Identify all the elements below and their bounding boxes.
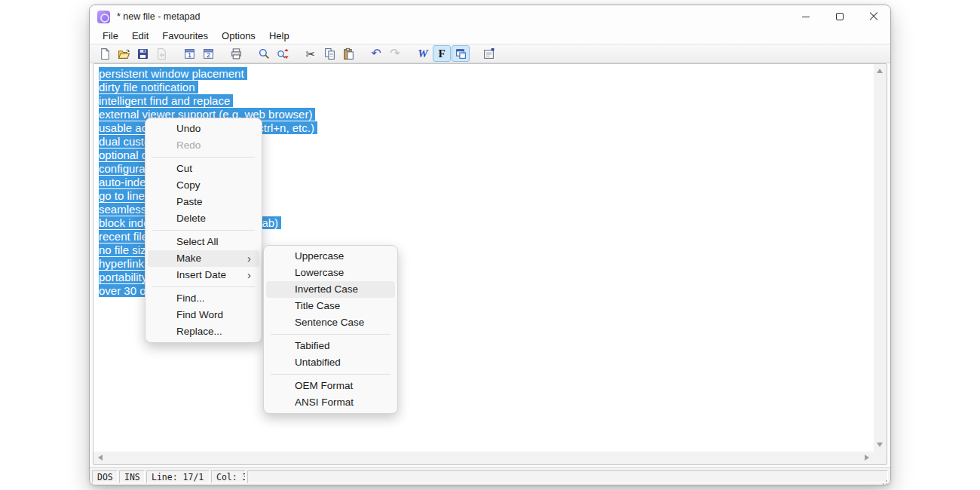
scroll-right-icon[interactable] — [865, 455, 869, 461]
close-icon — [869, 12, 878, 21]
word-wrap-button[interactable]: W — [414, 45, 432, 62]
desktop: * new file - metapad File Edit Favourite… — [0, 0, 980, 490]
cut-icon: ✂ — [306, 48, 316, 60]
redo-icon: ↷ — [390, 47, 400, 60]
print-icon — [230, 47, 243, 60]
scrollbar-corner — [874, 452, 887, 464]
undo-button[interactable]: ↶ — [367, 45, 385, 62]
scroll-left-icon[interactable] — [98, 455, 103, 461]
menu-item-cut[interactable]: Cut — [148, 161, 259, 177]
submenu-item-inverted-case[interactable]: Inverted Case — [266, 281, 395, 298]
close-button[interactable] — [856, 5, 890, 28]
menu-separator — [152, 230, 255, 231]
settings-button[interactable] — [479, 45, 498, 62]
menu-item-find-word[interactable]: Find Word — [148, 307, 259, 323]
maximize-icon — [836, 13, 844, 20]
make-submenu: Uppercase Lowercase Inverted Case Title … — [263, 245, 398, 414]
revert-file-icon — [155, 47, 168, 60]
open-file-button[interactable] — [115, 45, 133, 62]
font-icon: F — [438, 48, 445, 60]
submenu-item-ansi-format[interactable]: ANSI Format — [266, 394, 395, 411]
editor-line[interactable]: intelligent find and replace — [99, 94, 874, 108]
menu-item-delete[interactable]: Delete — [148, 210, 259, 227]
quick-buffer-2-button[interactable]: 2 — [199, 45, 217, 62]
menu-file[interactable]: File — [96, 29, 125, 43]
titlebar[interactable]: * new file - metapad — [90, 5, 890, 28]
save-file-button[interactable] — [133, 45, 152, 62]
copy-icon — [323, 47, 336, 60]
quick-buffer-1-button[interactable]: 1 — [180, 45, 198, 62]
status-spacer — [247, 470, 888, 483]
scroll-up-icon[interactable] — [877, 69, 883, 73]
word-wrap-icon: W — [418, 48, 427, 60]
menu-separator — [152, 286, 255, 287]
scroll-down-icon[interactable] — [877, 443, 883, 447]
submenu-arrow-icon: › — [247, 250, 251, 267]
revert-file-button — [152, 45, 170, 62]
settings-icon — [482, 47, 495, 60]
submenu-arrow-icon: › — [247, 267, 251, 283]
cut-button[interactable]: ✂ — [302, 45, 320, 62]
status-col: Col: 35 — [211, 470, 246, 483]
quick-buffer-1-label: 1 — [187, 51, 191, 59]
find-and-replace-icon — [277, 47, 289, 60]
undo-icon: ↶ — [371, 47, 381, 60]
menubar: File Edit Favourites Options Help — [90, 28, 890, 44]
redo-button: ↷ — [386, 45, 404, 62]
menu-item-redo: Redo — [148, 137, 259, 154]
menu-item-insert-date[interactable]: Insert Date › — [148, 267, 259, 283]
submenu-item-untabified[interactable]: Untabified — [266, 354, 395, 371]
submenu-item-oem-format[interactable]: OEM Format — [266, 378, 395, 394]
copy-button[interactable] — [320, 45, 338, 62]
horizontal-scrollbar[interactable] — [93, 452, 874, 464]
paste-icon — [342, 47, 355, 60]
menu-item-replace[interactable]: Replace... — [148, 323, 259, 340]
new-file-button[interactable] — [96, 45, 114, 62]
menu-separator — [271, 374, 390, 375]
status-insert-mode: INS — [119, 470, 145, 483]
menu-item-select-all[interactable]: Select All — [148, 234, 259, 250]
find-icon — [258, 47, 271, 60]
window-controls — [789, 5, 890, 28]
always-on-top-button[interactable] — [452, 45, 470, 62]
submenu-item-tabified[interactable]: Tabified — [266, 338, 395, 354]
new-file-icon — [99, 47, 112, 60]
submenu-item-lowercase[interactable]: Lowercase — [266, 265, 395, 281]
status-format: DOS — [92, 470, 118, 483]
open-file-icon — [118, 47, 130, 60]
menu-favourites[interactable]: Favourites — [155, 29, 215, 43]
always-on-top-icon — [455, 47, 467, 60]
submenu-item-uppercase[interactable]: Uppercase — [266, 248, 395, 265]
menu-options[interactable]: Options — [215, 29, 262, 43]
menu-item-undo[interactable]: Undo — [148, 121, 259, 137]
metapad-app-icon — [97, 11, 110, 23]
menu-separator — [271, 334, 390, 335]
window-title: * new file - metapad — [117, 11, 789, 22]
find-button[interactable] — [255, 45, 273, 62]
menu-item-make[interactable]: Make › — [148, 250, 259, 267]
menu-edit[interactable]: Edit — [125, 29, 155, 43]
submenu-item-title-case[interactable]: Title Case — [266, 298, 395, 314]
context-menu: Undo Redo Cut Copy Paste Delete Select A… — [145, 118, 262, 343]
submenu-item-sentence-case[interactable]: Sentence Case — [266, 314, 395, 331]
paste-button[interactable] — [339, 45, 357, 62]
maximize-button[interactable] — [822, 5, 856, 28]
statusbar: DOS INS Line: 17/1 Col: 35 — [90, 467, 890, 485]
quick-buffer-2-label: 2 — [206, 51, 210, 59]
status-line: Line: 17/1 — [146, 470, 210, 483]
toolbar: 1 2 ✂ — [90, 44, 890, 63]
find-and-replace-button[interactable] — [274, 45, 292, 62]
editor-line[interactable]: persistent window placement — [99, 67, 874, 81]
print-button[interactable] — [227, 45, 245, 62]
quick-buffer-2-icon: 2 — [202, 47, 215, 60]
menu-help[interactable]: Help — [262, 29, 296, 43]
minimize-button[interactable] — [789, 5, 822, 28]
quick-buffer-1-icon: 1 — [183, 47, 196, 60]
editor-line[interactable]: dirty file notification — [99, 81, 874, 94]
resize-grip[interactable] — [886, 480, 887, 482]
vertical-scrollbar[interactable] — [874, 64, 887, 452]
font-select-button[interactable]: F — [433, 45, 451, 62]
menu-item-copy[interactable]: Copy — [148, 177, 259, 194]
menu-item-paste[interactable]: Paste — [148, 194, 259, 210]
menu-item-find[interactable]: Find... — [148, 290, 259, 307]
